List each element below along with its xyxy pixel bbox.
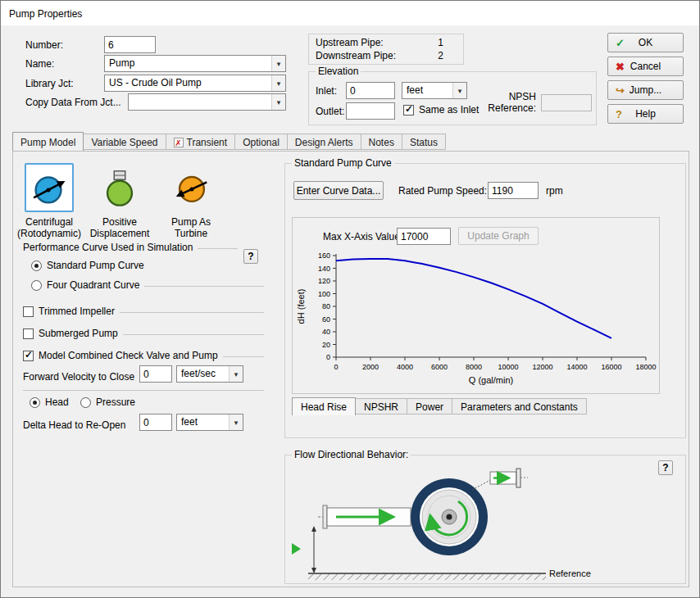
model-combined-check-valve-checkbox[interactable] (23, 351, 34, 361)
sub-tab-parameters-constants[interactable]: Parameters and Constants (452, 398, 587, 415)
window-title: Pump Properties (1, 1, 699, 25)
pump-type-centrifugal-button[interactable] (25, 163, 74, 212)
forward-velocity-input[interactable] (139, 365, 172, 383)
inlet-elevation-input[interactable] (346, 82, 395, 99)
max-x-axis-input[interactable] (397, 228, 451, 245)
standard-pump-curve-radio[interactable] (31, 260, 42, 271)
submerged-pump-row[interactable]: Submerged Pump (23, 328, 264, 339)
chevron-down-icon[interactable]: ▾ (229, 366, 243, 382)
ok-button-label: OK (639, 37, 652, 48)
model-combined-check-valve-row[interactable]: Model Combined Check Valve and Pump (23, 350, 264, 361)
svg-text:dH (feet): dH (feet) (296, 289, 306, 324)
outlet-elevation-input[interactable] (346, 102, 395, 120)
same-as-inlet-label: Same as Inlet (419, 104, 479, 116)
head-radio-row[interactable]: Head (30, 396, 69, 408)
svg-text:18000: 18000 (635, 363, 656, 371)
positive-displacement-label: PositiveDisplacement (80, 216, 159, 239)
centrifugal-label: Centrifugal(Rotodynamic) (10, 216, 89, 239)
downstream-pipe-value: 2 (438, 50, 457, 61)
forward-velocity-label: Forward Velocity to Close (23, 371, 134, 383)
divider (198, 248, 238, 249)
chevron-down-icon[interactable]: ▾ (452, 83, 466, 98)
pump-as-turbine-icon (170, 166, 212, 209)
centrifugal-pump-icon (28, 166, 70, 209)
positive-displacement-pump-icon (98, 166, 141, 209)
trimmed-impeller-checkbox[interactable] (23, 306, 34, 317)
tab-notes[interactable]: Notes (361, 134, 402, 150)
trimmed-impeller-row[interactable]: Trimmed Impeller (23, 306, 264, 317)
pump-as-turbine-label: Pump AsTurbine (152, 216, 230, 239)
sub-tab-head-rise[interactable]: Head Rise (292, 397, 356, 415)
sub-tab-npshr[interactable]: NPSHR (356, 398, 407, 415)
inlet-unit-combo[interactable]: feet ▾ (402, 82, 467, 99)
four-quadrant-radio[interactable] (31, 280, 42, 291)
ok-button[interactable]: ✓ OK (607, 33, 684, 52)
flow-behavior-help-button[interactable]: ? (658, 460, 673, 475)
cancel-x-icon: ✖ (616, 61, 625, 73)
name-label: Name: (25, 58, 54, 70)
chevron-down-icon[interactable]: ▾ (271, 94, 285, 110)
pressure-radio-label: Pressure (96, 396, 135, 408)
tab-variable-speed[interactable]: Variable Speed (84, 134, 166, 150)
pressure-radio-row[interactable]: Pressure (80, 396, 135, 408)
number-label: Number: (25, 39, 63, 51)
tab-transient[interactable]: ✗ Transient (166, 134, 236, 150)
help-button[interactable]: ? Help (607, 104, 684, 124)
svg-text:60: 60 (322, 315, 330, 324)
pressure-radio[interactable] (80, 397, 91, 408)
rated-pump-speed-unit: rpm (546, 185, 563, 197)
pump-type-positive-displacement-button[interactable] (95, 163, 144, 212)
standard-pump-curve-radio-row[interactable]: Standard Pump Curve (31, 260, 144, 271)
copy-data-combo[interactable]: ▾ (128, 93, 286, 111)
performance-curve-help-button[interactable]: ? (243, 249, 258, 264)
pump-model-panel: Centrifugal(Rotodynamic) PositiveDisplac… (12, 151, 689, 587)
upstream-pipe-row: Upstream Pipe: 1 (316, 37, 457, 48)
svg-text:10000: 10000 (498, 363, 518, 371)
rated-pump-speed-label: Rated Pump Speed: (398, 185, 487, 197)
library-jct-combo[interactable]: US - Crude Oil Pump ▾ (104, 75, 286, 92)
same-as-inlet-checkbox[interactable] (403, 105, 414, 116)
tab-optional[interactable]: Optional (235, 134, 288, 150)
forward-velocity-unit-combo[interactable]: feet/sec ▾ (176, 365, 243, 383)
inlet-unit-value: feet (402, 83, 452, 98)
name-combo-value: Pump (105, 56, 271, 71)
tab-strip: Pump Model Variable Speed ✗ Transient Op… (12, 132, 446, 150)
divider (223, 356, 264, 357)
chevron-down-icon[interactable]: ▾ (271, 56, 285, 71)
four-quadrant-radio-row[interactable]: Four Quadrant Curve (31, 279, 264, 291)
tab-pump-model[interactable]: Pump Model (12, 132, 84, 151)
cancel-button-label: Cancel (630, 61, 661, 72)
performance-curve-title: Performance Curve Used in Simulation (23, 242, 193, 253)
downstream-pipe-row: Downstream Pipe: 2 (316, 50, 457, 61)
cancel-button[interactable]: ✖ Cancel (607, 57, 684, 76)
standard-pump-curve-group-title: Standard Pump Curve (292, 157, 394, 169)
submerged-pump-label: Submerged Pump (39, 328, 118, 339)
delta-head-unit-combo[interactable]: feet ▾ (176, 414, 243, 431)
pump-curve-chart: 0204060801001201401600200040006000800010… (293, 249, 659, 393)
ok-check-icon: ✓ (616, 37, 625, 49)
delta-head-input[interactable] (139, 414, 172, 431)
enter-curve-data-button[interactable]: Enter Curve Data... (293, 181, 384, 200)
library-jct-value: US - Crude Oil Pump (105, 75, 271, 91)
tab-status[interactable]: Status (402, 134, 446, 150)
number-input[interactable] (104, 36, 156, 53)
sub-tab-power[interactable]: Power (407, 398, 452, 415)
help-button-label: Help (635, 108, 656, 120)
chevron-down-icon[interactable]: ▾ (271, 75, 285, 91)
four-quadrant-label: Four Quadrant Curve (47, 279, 139, 291)
reference-label: Reference (549, 569, 591, 578)
name-combo[interactable]: Pump ▾ (104, 55, 286, 72)
jump-button[interactable]: ↪ Jump... (607, 80, 684, 100)
rated-pump-speed-input[interactable] (488, 182, 539, 199)
elevation-group: Elevation Inlet: feet ▾ Outlet: Same as … (308, 71, 597, 125)
head-radio[interactable] (30, 397, 40, 408)
divider (123, 334, 264, 335)
same-as-inlet-row[interactable]: Same as Inlet (403, 104, 479, 116)
submerged-pump-checkbox[interactable] (23, 328, 34, 339)
jump-arrow-icon: ↪ (616, 84, 625, 97)
pump-type-turbine-button[interactable] (166, 163, 216, 212)
tab-design-alerts[interactable]: Design Alerts (288, 134, 361, 150)
chevron-down-icon[interactable]: ▾ (229, 415, 243, 430)
connected-pipes-box: Upstream Pipe: 1 Downstream Pipe: 2 (308, 34, 464, 65)
upstream-pipe-value: 1 (438, 37, 457, 48)
